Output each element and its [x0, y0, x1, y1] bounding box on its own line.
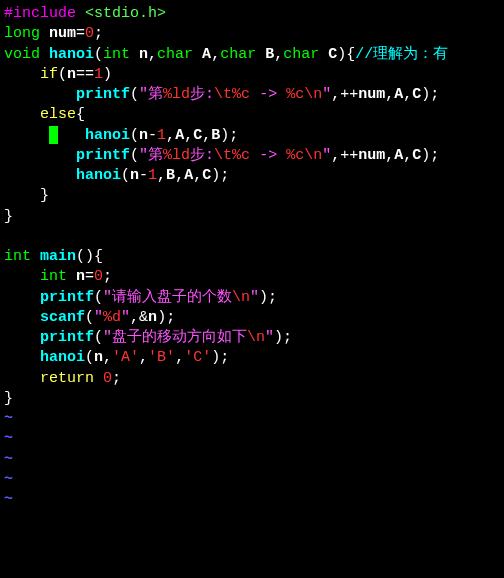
code-editor[interactable]: #include <stdio.h> long num=0; void hano… — [4, 4, 500, 510]
semicolon: ; — [220, 167, 229, 184]
brace: { — [346, 46, 355, 63]
identifier: n — [130, 167, 139, 184]
identifier: num — [358, 86, 385, 103]
string: -> — [250, 86, 286, 103]
paren: ) — [337, 46, 346, 63]
code-line: long num=0; — [4, 24, 500, 44]
operator: ,++ — [331, 147, 358, 164]
paren: ) — [421, 147, 430, 164]
paren: ) — [211, 349, 220, 366]
type-keyword: int — [103, 46, 139, 63]
paren: ) — [220, 127, 229, 144]
identifier: B — [265, 46, 274, 63]
brace: } — [4, 390, 13, 407]
comma: , — [385, 86, 394, 103]
empty-line-marker: ~ — [4, 450, 500, 470]
string: 步: — [190, 147, 214, 164]
code-line: int main(){ — [4, 247, 500, 267]
format-spec: %c — [286, 147, 304, 164]
number-literal: 1 — [157, 127, 166, 144]
function-call: scanf — [40, 309, 85, 326]
format-spec: %ld — [163, 147, 190, 164]
string: -> — [250, 147, 286, 164]
indent — [4, 147, 76, 164]
operator: - — [139, 167, 148, 184]
code-line: printf("盘子的移动方向如下\n"); — [4, 328, 500, 348]
operator: - — [148, 127, 157, 144]
code-line: } — [4, 389, 500, 409]
string: " — [265, 329, 274, 346]
code-line: printf("第%ld步:\t%c -> %c\n",++num,A,C); — [4, 85, 500, 105]
comma: , — [175, 167, 184, 184]
comma: , — [148, 46, 157, 63]
identifier: B — [211, 127, 220, 144]
identifier: A — [202, 46, 211, 63]
indent — [4, 329, 40, 346]
indent — [58, 127, 85, 144]
identifier: num — [49, 25, 76, 42]
indent — [4, 86, 76, 103]
escape: \n — [232, 289, 250, 306]
code-line: } — [4, 186, 500, 206]
identifier: C — [328, 46, 337, 63]
comma: , — [385, 147, 394, 164]
indent — [4, 106, 40, 123]
blank — [4, 228, 13, 245]
code-line: } — [4, 207, 500, 227]
paren: ) — [211, 167, 220, 184]
format-spec: %ld — [163, 86, 190, 103]
function-call: printf — [40, 289, 94, 306]
keyword: if — [40, 66, 58, 83]
code-line: hanoi(n,'A','B','C'); — [4, 348, 500, 368]
keyword: return — [40, 370, 103, 387]
indent — [4, 187, 40, 204]
operator: == — [76, 66, 94, 83]
type-keyword: char — [157, 46, 202, 63]
comma: , — [202, 127, 211, 144]
comma: , — [103, 349, 112, 366]
code-line: if(n==1) — [4, 65, 500, 85]
header-file: <stdio.h> — [85, 5, 166, 22]
comma: , — [274, 46, 283, 63]
indent — [4, 66, 40, 83]
identifier: A — [175, 127, 184, 144]
number-literal: 1 — [148, 167, 157, 184]
paren: ( — [94, 289, 103, 306]
semicolon: ; — [229, 127, 238, 144]
code-line: printf("第%ld步:\t%c -> %c\n",++num,A,C); — [4, 146, 500, 166]
escape: \n — [304, 147, 322, 164]
semicolon: ; — [94, 25, 103, 42]
semicolon: ; — [283, 329, 292, 346]
comma: , — [157, 167, 166, 184]
number-literal: 0 — [103, 370, 112, 387]
escape: \n — [304, 86, 322, 103]
string: "请输入盘子的个数 — [103, 289, 232, 306]
paren: ) — [157, 309, 166, 326]
indent — [4, 289, 40, 306]
string: "第 — [139, 86, 163, 103]
identifier: n — [139, 127, 148, 144]
brace: } — [4, 208, 13, 225]
brace: } — [40, 187, 49, 204]
paren: ( — [130, 127, 139, 144]
identifier: C — [412, 147, 421, 164]
semicolon: ; — [430, 147, 439, 164]
code-line: printf("请输入盘子的个数\n"); — [4, 288, 500, 308]
comma: , — [403, 147, 412, 164]
number-literal: 0 — [94, 268, 103, 285]
identifier: n — [148, 309, 157, 326]
operator: = — [85, 268, 94, 285]
escape: \t — [214, 147, 232, 164]
type-keyword: int — [4, 248, 40, 265]
comma: , — [403, 86, 412, 103]
function-call: printf — [76, 147, 130, 164]
comma: , — [184, 127, 193, 144]
type-keyword: char — [220, 46, 265, 63]
type-keyword: long — [4, 25, 49, 42]
comma: , — [193, 167, 202, 184]
function-name: main — [40, 248, 76, 265]
string: " — [322, 147, 331, 164]
semicolon: ; — [112, 370, 121, 387]
function-call: hanoi — [85, 127, 130, 144]
paren: () — [76, 248, 94, 265]
